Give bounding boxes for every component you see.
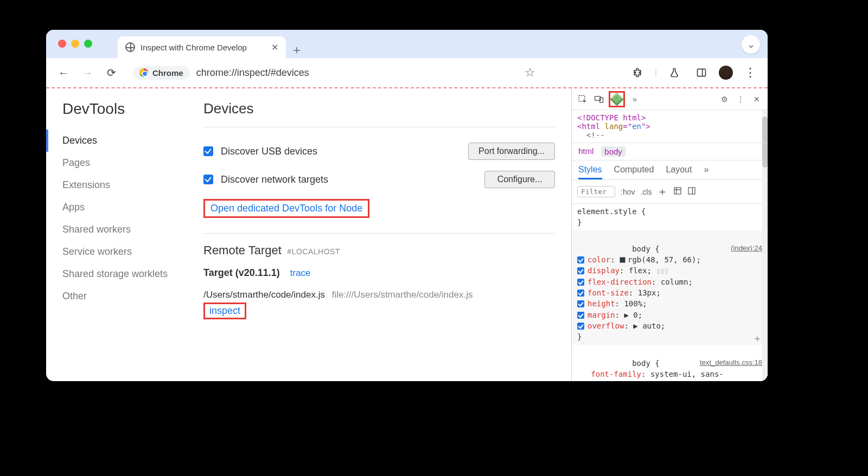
add-property-icon[interactable]: ＋ [752, 331, 762, 345]
nodejs-icon[interactable] [610, 92, 623, 106]
styles-filter-input[interactable] [577, 186, 615, 197]
address-bar[interactable]: Chrome chrome://inspect/#devices ☆ [125, 62, 543, 83]
styles-toolbar: :hov .cls ＋ [572, 180, 768, 204]
elements-breadcrumb[interactable]: html body [572, 143, 768, 160]
device-toolbar-icon[interactable] [592, 93, 605, 106]
browser-tab[interactable]: Inspect with Chrome Develop ✕ [118, 36, 286, 58]
sidebar-toggle-icon[interactable] [687, 186, 696, 197]
crumb-html[interactable]: html [578, 146, 593, 157]
computed-styles-icon[interactable] [673, 186, 682, 197]
site-identity-pill: Chrome [133, 66, 190, 80]
forward-button[interactable]: → [78, 63, 97, 82]
inspect-link[interactable]: inspect [209, 305, 240, 316]
minimize-window-icon[interactable] [71, 40, 79, 48]
tab-styles[interactable]: Styles [578, 165, 602, 179]
sidebar-item-pages[interactable]: Pages [62, 152, 187, 174]
svg-rect-4 [674, 188, 681, 194]
usb-checkbox[interactable] [203, 146, 213, 156]
trace-link[interactable]: trace [290, 268, 311, 278]
sidebar-item-other[interactable]: Other [62, 285, 187, 307]
sidebar-title: DevTools [62, 100, 187, 118]
window-controls [58, 40, 92, 48]
svg-rect-0 [698, 69, 706, 76]
highlight-node-link: Open dedicated DevTools for Node [203, 199, 369, 218]
configure-button[interactable]: Configure... [484, 171, 555, 188]
back-button[interactable]: ← [54, 63, 73, 82]
tab-overflow-button[interactable]: ⌄ [742, 35, 760, 54]
url-text: chrome://inspect/#devices [196, 67, 309, 79]
sidebar-item-extensions[interactable]: Extensions [62, 174, 187, 196]
sidebar-item-devices[interactable]: Devices [46, 130, 187, 152]
labs-icon[interactable] [665, 63, 684, 82]
target-label: Target [203, 267, 233, 278]
browser-menu-button[interactable]: ⋮ [741, 63, 760, 82]
elements-tree[interactable]: <!DOCTYPE html> <html lang="en"> <!-- [572, 110, 768, 143]
styles-tabstrip: Styles Computed Layout » [572, 160, 768, 180]
browser-toolbar: ← → ⟳ Chrome chrome://inspect/#devices ☆… [46, 58, 768, 88]
side-panel-icon[interactable] [692, 63, 711, 82]
network-checkbox[interactable] [203, 175, 213, 184]
devtools-menu-icon[interactable]: ⋮ [734, 93, 747, 106]
inspect-sidebar: DevTools Devices Pages Extensions Apps S… [62, 100, 187, 369]
bookmark-star-icon[interactable]: ☆ [525, 66, 535, 80]
port-forwarding-button[interactable]: Port forwarding... [468, 143, 555, 160]
target-file-url: file:///Users/stmarthe/code/index.js [332, 290, 473, 300]
rule-body-2[interactable]: text_defaults.css:18body { font-family: … [572, 345, 768, 381]
open-node-devtools-link[interactable]: Open dedicated DevTools for Node [210, 203, 362, 214]
sidebar-item-service-workers[interactable]: Service workers [62, 241, 187, 263]
new-rule-icon[interactable]: ＋ [657, 184, 668, 199]
new-tab-button[interactable]: ＋ [286, 42, 308, 58]
sidebar-item-shared-workers[interactable]: Shared workers [62, 218, 187, 241]
highlight-node-icon [609, 91, 625, 107]
highlight-inspect-link: inspect [203, 303, 246, 319]
settings-gear-icon[interactable]: ⚙ [718, 93, 731, 106]
tab-strip: Inspect with Chrome Develop ✕ ＋ ⌄ [46, 30, 768, 58]
browser-window: Inspect with Chrome Develop ✕ ＋ ⌄ ← → ⟳ … [46, 30, 768, 381]
tab-layout[interactable]: Layout [666, 165, 692, 179]
crumb-body[interactable]: body [601, 146, 626, 157]
extensions-icon[interactable] [628, 63, 647, 82]
reload-button[interactable]: ⟳ [101, 63, 121, 82]
devtools-toolbar: » ⚙ ⋮ ✕ [572, 88, 768, 110]
cls-toggle[interactable]: .cls [640, 188, 652, 196]
sidebar-item-apps[interactable]: Apps [62, 196, 187, 218]
remote-target-tag: #LOCALHOST [287, 247, 340, 256]
chrome-logo-icon [139, 68, 148, 77]
globe-icon [125, 42, 135, 52]
devtools-scrollbar[interactable] [762, 110, 768, 381]
close-window-icon[interactable] [58, 40, 66, 48]
maximize-window-icon[interactable] [84, 40, 92, 48]
close-devtools-icon[interactable]: ✕ [750, 93, 763, 106]
rule-body2-source[interactable]: text_defaults.css:18 [700, 358, 762, 368]
sidebar-item-shared-storage-worklets[interactable]: Shared storage worklets [62, 263, 187, 285]
close-tab-icon[interactable]: ✕ [271, 42, 278, 53]
target-version: (v20.11.1) [235, 267, 280, 278]
inspect-main: Devices Discover USB devices Port forwar… [203, 100, 555, 369]
rule-element-style[interactable]: element.style { } [572, 204, 768, 230]
rule-body[interactable]: (index):24body { color: rgb(48, 57, 66);… [572, 230, 768, 345]
inspect-page: DevTools Devices Pages Extensions Apps S… [46, 88, 571, 381]
profile-avatar[interactable] [719, 66, 733, 80]
inspect-element-icon[interactable] [576, 93, 589, 106]
tab-title: Inspect with Chrome Develop [141, 43, 247, 52]
devtools-panel: » ⚙ ⋮ ✕ <!DOCTYPE html> <html lang="en">… [571, 88, 768, 381]
usb-label: Discover USB devices [221, 146, 317, 157]
devices-heading: Devices [203, 100, 555, 117]
rule-body-source[interactable]: (index):24 [731, 243, 762, 254]
styles-tabs-overflow-icon[interactable]: » [704, 165, 709, 179]
tabs-overflow-icon[interactable]: » [628, 93, 641, 106]
tab-computed[interactable]: Computed [614, 165, 654, 179]
site-origin-label: Chrome [152, 68, 183, 78]
target-path: /Users/stmarthe/code/index.js [203, 290, 325, 300]
hov-toggle[interactable]: :hov [621, 188, 635, 196]
content-area: DevTools Devices Pages Extensions Apps S… [46, 88, 768, 381]
svg-rect-5 [688, 188, 695, 194]
remote-target-heading: Remote Target [203, 243, 282, 257]
network-label: Discover network targets [221, 174, 328, 185]
